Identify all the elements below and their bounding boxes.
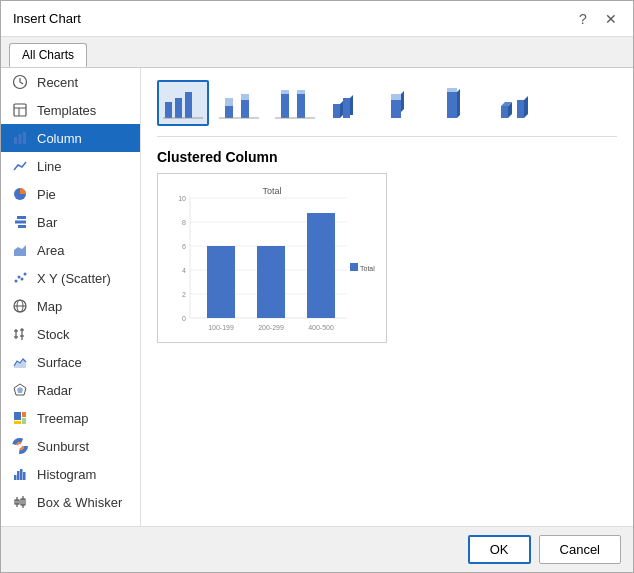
sidebar-item-label: Line (37, 159, 62, 174)
svg-rect-64 (343, 98, 350, 118)
svg-point-15 (24, 273, 27, 276)
svg-rect-5 (19, 134, 22, 144)
svg-rect-66 (391, 100, 401, 118)
sidebar-item-label: Histogram (37, 467, 96, 482)
chart-type-stacked[interactable] (213, 80, 265, 126)
svg-text:6: 6 (182, 243, 186, 250)
footer: OK Cancel (1, 526, 633, 572)
tabs-row: All Charts (1, 37, 633, 68)
line-icon (11, 157, 29, 175)
svg-rect-59 (297, 94, 305, 118)
svg-text:0: 0 (182, 315, 186, 322)
svg-rect-91 (207, 246, 235, 318)
sidebar-item-label: Templates (37, 103, 96, 118)
sidebar-item-recent[interactable]: Recent (1, 68, 140, 96)
area-icon (11, 241, 29, 259)
histogram-icon (11, 465, 29, 483)
sidebar-item-area[interactable]: Area (1, 236, 140, 264)
chart-type-3d-100stacked[interactable] (437, 80, 489, 126)
recent-icon (11, 73, 29, 91)
chart-type-100stacked[interactable] (269, 80, 321, 126)
cancel-button[interactable]: Cancel (539, 535, 621, 564)
svg-rect-53 (225, 98, 233, 106)
sidebar-item-bar[interactable]: Bar (1, 208, 140, 236)
sidebar-item-label: Area (37, 243, 64, 258)
chart-type-clustered[interactable] (157, 80, 209, 126)
svg-marker-25 (14, 359, 26, 368)
svg-rect-57 (281, 94, 289, 118)
svg-rect-36 (20, 469, 23, 480)
sidebar-item-label: Box & Whisker (37, 495, 122, 510)
svg-point-32 (14, 440, 26, 452)
bar-icon (11, 213, 29, 231)
svg-rect-28 (14, 412, 21, 420)
content-area: Recent Templates Column Line Pie Bar Are… (1, 68, 633, 526)
sidebar-item-label: Stock (37, 327, 70, 342)
help-button[interactable]: ? (573, 9, 593, 29)
selected-chart-label: Clustered Column (157, 149, 617, 165)
svg-marker-76 (524, 96, 528, 118)
svg-text:2: 2 (182, 291, 186, 298)
svg-marker-65 (350, 95, 353, 115)
svg-rect-31 (14, 421, 21, 424)
title-bar-buttons: ? ✕ (573, 9, 621, 29)
sidebar-item-histogram[interactable]: Histogram (1, 460, 140, 488)
sidebar-item-label: Sunburst (37, 439, 89, 454)
svg-rect-29 (22, 412, 26, 417)
sidebar-item-line[interactable]: Line (1, 152, 140, 180)
sidebar-item-map[interactable]: Map (1, 292, 140, 320)
chart-type-3d-col[interactable] (493, 80, 545, 126)
svg-rect-62 (333, 104, 340, 118)
svg-rect-37 (23, 472, 26, 480)
sidebar-item-box-whisker[interactable]: Box & Whisker (1, 488, 140, 516)
tab-all-charts[interactable]: All Charts (9, 43, 87, 67)
svg-marker-27 (17, 387, 23, 393)
svg-rect-55 (241, 94, 249, 100)
svg-marker-11 (14, 245, 26, 256)
title-bar: Insert Chart ? ✕ (1, 1, 633, 37)
svg-rect-70 (447, 88, 457, 92)
sidebar-item-radar[interactable]: Radar (1, 376, 140, 404)
chart-types-row (157, 80, 617, 137)
radar-icon (11, 381, 29, 399)
svg-rect-48 (165, 102, 172, 118)
sidebar-item-pie[interactable]: Pie (1, 180, 140, 208)
svg-marker-71 (457, 89, 460, 118)
chart-type-3d-clustered[interactable] (325, 80, 377, 126)
sidebar-item-waterfall[interactable]: Waterfall (1, 516, 140, 526)
insert-chart-dialog: Insert Chart ? ✕ All Charts Recent Templ… (0, 0, 634, 573)
sidebar-item-treemap[interactable]: Treemap (1, 404, 140, 432)
sidebar-item-templates[interactable]: Templates (1, 96, 140, 124)
ok-button[interactable]: OK (468, 535, 531, 564)
sidebar-item-surface[interactable]: Surface (1, 348, 140, 376)
sidebar-item-stock[interactable]: Stock (1, 320, 140, 348)
treemap-icon (11, 409, 29, 427)
sidebar-item-sunburst[interactable]: Sunburst (1, 432, 140, 460)
svg-text:Total: Total (360, 265, 375, 272)
svg-point-12 (15, 280, 18, 283)
svg-rect-52 (225, 106, 233, 118)
sidebar-item-column[interactable]: Column (1, 124, 140, 152)
box-whisker-icon (11, 493, 29, 511)
sidebar-item-label: Pie (37, 187, 56, 202)
surface-icon (11, 353, 29, 371)
svg-marker-63 (340, 101, 343, 118)
main-panel: Clustered Column Total (141, 68, 633, 526)
svg-rect-8 (17, 216, 26, 219)
sidebar-item-label: Radar (37, 383, 72, 398)
chart-type-3d-stacked[interactable] (381, 80, 433, 126)
svg-rect-72 (501, 106, 508, 118)
sidebar: Recent Templates Column Line Pie Bar Are… (1, 68, 141, 526)
svg-rect-10 (18, 225, 26, 228)
svg-rect-4 (14, 137, 17, 144)
svg-rect-97 (350, 263, 358, 271)
chart-preview: Total 0 2 4 6 8 (157, 173, 387, 343)
close-button[interactable]: ✕ (601, 9, 621, 29)
sidebar-item-label: X Y (Scatter) (37, 271, 111, 286)
svg-rect-34 (14, 475, 17, 480)
sidebar-item-label: Treemap (37, 411, 89, 426)
svg-rect-6 (23, 132, 26, 144)
svg-text:200-299: 200-299 (258, 324, 284, 331)
svg-rect-75 (517, 100, 524, 118)
sidebar-item-xy-scatter[interactable]: X Y (Scatter) (1, 264, 140, 292)
